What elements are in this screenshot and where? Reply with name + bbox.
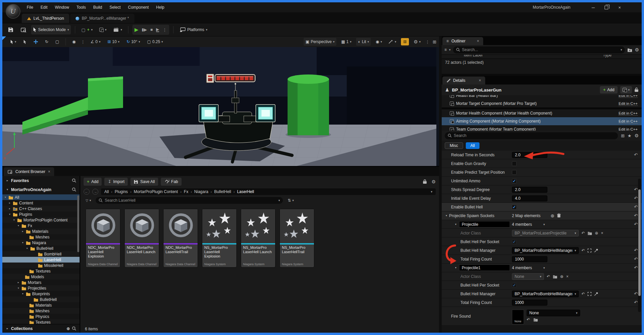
- add-actor-dropdown[interactable]: ▢ + ▾: [79, 25, 95, 34]
- menu-file[interactable]: File: [23, 2, 37, 12]
- chevron-down-icon[interactable]: ▾: [17, 224, 20, 227]
- selection-mode-dropdown[interactable]: Selection Mode ▾: [31, 25, 71, 34]
- tree-item-mortars[interactable]: ▸Mortars: [2, 280, 80, 285]
- trash-icon[interactable]: [557, 213, 561, 218]
- tree-item-textures[interactable]: Textures: [2, 268, 80, 274]
- crumb-bullethell[interactable]: BulletHell: [214, 189, 231, 194]
- display-grid-icon[interactable]: ⊞: [621, 133, 625, 138]
- rotation-snap-dropdown[interactable]: ↻ 10° ▾: [124, 38, 142, 46]
- filter-chip-all[interactable]: All: [466, 142, 479, 149]
- grid-snap-dropdown[interactable]: ⊞ 10 ▾: [105, 38, 121, 46]
- add-collection-icon[interactable]: ⊕: [67, 326, 70, 331]
- revert-icon[interactable]: ↶: [634, 300, 638, 305]
- chevron-right-icon[interactable]: ▸: [6, 179, 9, 182]
- details-search-input[interactable]: [454, 133, 615, 138]
- viewport-settings-dropdown[interactable]: ⚙ ▾: [412, 38, 423, 46]
- bullet-hell-manager-dropdown[interactable]: BP_MortarProBombHellManager▾: [512, 291, 579, 297]
- unreal-logo-icon[interactable]: U: [6, 4, 20, 19]
- tree-item-meshes[interactable]: Meshes: [2, 234, 80, 240]
- source-control-button[interactable]: [18, 25, 28, 34]
- tree-item-all[interactable]: ▾All: [2, 194, 80, 200]
- menu-help[interactable]: Help: [152, 2, 168, 12]
- play-options-dots[interactable]: ⋮: [163, 27, 167, 32]
- tree-item-fx[interactable]: ▾Fx: [2, 223, 80, 228]
- tree-item-blueprints-bullethell[interactable]: BulletHell: [2, 297, 80, 302]
- use-selected-icon[interactable]: ↶: [527, 317, 530, 322]
- tree-item-proj-materials[interactable]: Materials: [2, 302, 80, 308]
- add-element-icon[interactable]: ⊕: [550, 213, 554, 218]
- use-selected-icon[interactable]: ↶: [581, 292, 585, 296]
- blueprints-dropdown[interactable]: ▾: [97, 25, 109, 34]
- tree-item-projectiles[interactable]: ▾Projectiles: [2, 285, 80, 291]
- projectile1-key-input[interactable]: Projectile1: [459, 265, 510, 271]
- tab-blueprint[interactable]: BP_MortarP...ellManager *: [70, 14, 134, 23]
- close-icon[interactable]: ×: [617, 5, 622, 10]
- close-icon[interactable]: ×: [477, 39, 479, 43]
- crumb-fx[interactable]: Fx: [184, 189, 188, 194]
- clear-icon[interactable]: ×: [601, 231, 603, 235]
- outliner-search-input[interactable]: [462, 47, 619, 52]
- revert-icon[interactable]: ↶: [634, 291, 638, 296]
- tree-item-missilehell[interactable]: MissileHell: [2, 263, 80, 268]
- pick-actor-icon[interactable]: [587, 292, 592, 296]
- use-selected-icon[interactable]: ↶: [581, 231, 585, 235]
- details-scrollbar[interactable]: [638, 179, 641, 312]
- favorites-section[interactable]: ▸ Favorites: [2, 176, 80, 185]
- asset-tile-ns-launch[interactable]: NS_MortarPro LaserHell Launch Niagara Sy…: [241, 209, 276, 268]
- component-mortar-health[interactable]: Mortar Health Component (Mortar Health C…: [442, 109, 642, 117]
- move-tool[interactable]: [31, 38, 40, 46]
- chevron-down-icon[interactable]: ▾: [543, 223, 545, 226]
- chevron-right-icon[interactable]: ▸: [8, 201, 11, 204]
- eyedropper-icon[interactable]: [594, 248, 598, 253]
- actor-class-dropdown[interactable]: None▾: [512, 273, 544, 280]
- tree-item-plugins[interactable]: ▾Plugins: [2, 211, 80, 217]
- chevron-down-icon[interactable]: ▾: [455, 266, 456, 269]
- asset-tile-ns-explosion[interactable]: NS_MortarPro LaserHell Explosion Niagara…: [202, 209, 237, 268]
- edit-in-cpp-link[interactable]: Edit in C++: [619, 102, 638, 106]
- sort-dropdown[interactable]: ⇅ ▾: [286, 196, 296, 204]
- bullet-hell-manager-dropdown[interactable]: BP_MortarProBombHellManager▾: [512, 247, 579, 254]
- eyedropper-icon[interactable]: [594, 292, 598, 296]
- component-mortar-target[interactable]: Mortar Target Component (Mortar Pro Targ…: [442, 100, 642, 108]
- crumb-niagara[interactable]: Niagara: [194, 189, 208, 194]
- browse-folder-icon[interactable]: [587, 231, 592, 235]
- tree-item-content[interactable]: ▸Content: [2, 200, 80, 206]
- asset-tile-ndc-explosion[interactable]: NDC_MortarPro LaserHell Explosion Niagar…: [86, 209, 120, 268]
- chevron-down-icon[interactable]: ▾: [279, 199, 280, 202]
- chevron-down-icon[interactable]: ▾: [621, 48, 622, 51]
- chevron-down-icon[interactable]: ▾: [21, 292, 24, 295]
- tree-item-bombhell[interactable]: BombHell: [2, 251, 80, 257]
- close-icon[interactable]: ×: [479, 78, 481, 83]
- use-selected-icon[interactable]: ↶: [581, 248, 585, 253]
- show-flags-dropdown[interactable]: ◉ ▾: [373, 38, 384, 46]
- actor-class-dropdown[interactable]: BP_MortarProLaserProjectile▾: [512, 230, 579, 236]
- perspective-dropdown[interactable]: ▣ Perspective ▾: [304, 38, 337, 46]
- clear-icon[interactable]: ×: [566, 274, 568, 279]
- play-button[interactable]: ▶: [134, 27, 138, 33]
- edit-in-cpp-link[interactable]: Edit in C++: [619, 127, 638, 131]
- revert-icon[interactable]: ↶: [634, 213, 638, 218]
- firing-count-input[interactable]: [512, 300, 547, 306]
- restore-icon[interactable]: [605, 6, 608, 9]
- crumb-all[interactable]: All: [104, 189, 109, 194]
- chevron-down-icon[interactable]: ▾: [543, 266, 545, 270]
- tree-item-cpp-classes[interactable]: ▸C++ Classes: [2, 206, 80, 211]
- viewmode-effects-dropdown[interactable]: ▾: [387, 38, 398, 46]
- revert-icon[interactable]: ↶: [634, 257, 638, 262]
- select-tool[interactable]: [21, 38, 28, 46]
- minimize-icon[interactable]: ─: [591, 5, 596, 10]
- add-asset-button[interactable]: + Add: [84, 178, 102, 186]
- chevron-down-icon[interactable]: ▾: [4, 196, 7, 199]
- chevron-right-icon[interactable]: ▸: [21, 230, 24, 233]
- component-aiming-selected[interactable]: Aiming Component (Mortar Aiming Componen…: [442, 117, 642, 125]
- type-column[interactable]: Type: [603, 54, 612, 57]
- pick-actor-icon[interactable]: [587, 248, 592, 253]
- reload-time-input[interactable]: [512, 152, 547, 158]
- scale-tool[interactable]: ▢: [53, 38, 61, 46]
- tab-level[interactable]: LvL_ThirdPerson: [22, 14, 69, 23]
- gun-gravity-checkbox[interactable]: [512, 161, 517, 166]
- asset-tile-ns-trail[interactable]: NS_MortarPro LaserHellTrail Niagara Syst…: [280, 209, 314, 268]
- fire-sound-thumbnail[interactable]: None: [512, 310, 524, 324]
- projectile-key-input[interactable]: Projectile: [459, 221, 510, 227]
- outliner-filter-icon[interactable]: ≡: [444, 47, 447, 52]
